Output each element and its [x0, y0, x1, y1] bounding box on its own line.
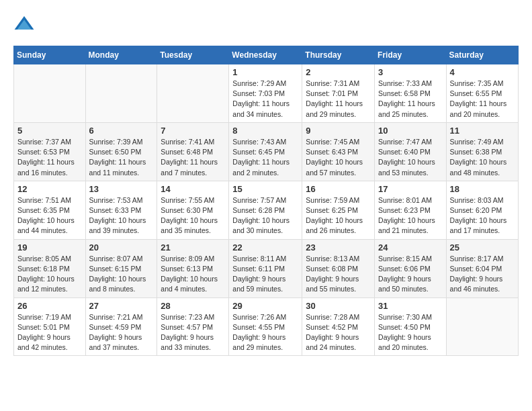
calendar-cell: 22Sunrise: 8:11 AM Sunset: 6:11 PM Dayli…: [229, 239, 302, 298]
day-info: Sunrise: 7:55 AM Sunset: 6:30 PM Dayligh…: [161, 195, 225, 236]
day-info: Sunrise: 7:49 AM Sunset: 6:38 PM Dayligh…: [450, 137, 515, 178]
day-number: 8: [232, 126, 298, 136]
calendar-cell: 20Sunrise: 8:07 AM Sunset: 6:15 PM Dayli…: [85, 239, 157, 298]
calendar-cell: [157, 64, 229, 123]
calendar-cell: 27Sunrise: 7:21 AM Sunset: 4:59 PM Dayli…: [85, 298, 157, 356]
weekday-header-thursday: Thursday: [302, 46, 375, 64]
day-number: 11: [450, 126, 515, 136]
calendar-cell: 28Sunrise: 7:23 AM Sunset: 4:57 PM Dayli…: [157, 298, 229, 356]
weekday-header-friday: Friday: [375, 46, 447, 64]
day-number: 21: [161, 242, 225, 253]
day-info: Sunrise: 8:17 AM Sunset: 6:04 PM Dayligh…: [450, 254, 515, 295]
day-number: 9: [306, 126, 371, 136]
day-number: 24: [378, 242, 443, 253]
calendar-cell: 23Sunrise: 8:13 AM Sunset: 6:08 PM Dayli…: [302, 239, 375, 298]
day-number: 6: [89, 126, 154, 136]
calendar-cell: [85, 64, 157, 123]
day-info: Sunrise: 7:23 AM Sunset: 4:57 PM Dayligh…: [161, 312, 225, 353]
weekday-header-sunday: Sunday: [14, 46, 86, 64]
calendar-week-4: 19Sunrise: 8:05 AM Sunset: 6:18 PM Dayli…: [14, 239, 519, 298]
calendar-cell: 10Sunrise: 7:47 AM Sunset: 6:40 PM Dayli…: [375, 122, 447, 181]
day-info: Sunrise: 7:43 AM Sunset: 6:45 PM Dayligh…: [232, 137, 298, 178]
day-number: 20: [89, 242, 154, 253]
calendar-cell: 5Sunrise: 7:37 AM Sunset: 6:53 PM Daylig…: [14, 122, 86, 181]
calendar-week-5: 26Sunrise: 7:19 AM Sunset: 5:01 PM Dayli…: [14, 298, 519, 356]
day-info: Sunrise: 7:31 AM Sunset: 7:01 PM Dayligh…: [306, 79, 371, 120]
weekday-header-tuesday: Tuesday: [157, 46, 229, 64]
calendar-cell: 2Sunrise: 7:31 AM Sunset: 7:01 PM Daylig…: [302, 64, 375, 123]
day-info: Sunrise: 7:47 AM Sunset: 6:40 PM Dayligh…: [378, 137, 443, 178]
calendar-cell: 26Sunrise: 7:19 AM Sunset: 5:01 PM Dayli…: [14, 298, 86, 356]
calendar-cell: 6Sunrise: 7:39 AM Sunset: 6:50 PM Daylig…: [85, 122, 157, 181]
calendar-cell: 14Sunrise: 7:55 AM Sunset: 6:30 PM Dayli…: [157, 181, 229, 239]
calendar-cell: 31Sunrise: 7:30 AM Sunset: 4:50 PM Dayli…: [375, 298, 447, 356]
day-number: 18: [450, 184, 515, 194]
day-info: Sunrise: 7:53 AM Sunset: 6:33 PM Dayligh…: [89, 195, 154, 236]
day-number: 19: [17, 242, 82, 253]
day-number: 7: [161, 126, 225, 136]
calendar-cell: 1Sunrise: 7:29 AM Sunset: 7:03 PM Daylig…: [229, 64, 302, 123]
day-info: Sunrise: 7:19 AM Sunset: 5:01 PM Dayligh…: [17, 312, 82, 353]
calendar-week-2: 5Sunrise: 7:37 AM Sunset: 6:53 PM Daylig…: [14, 122, 519, 181]
day-info: Sunrise: 7:35 AM Sunset: 6:55 PM Dayligh…: [450, 79, 515, 120]
day-info: Sunrise: 8:13 AM Sunset: 6:08 PM Dayligh…: [306, 254, 371, 295]
day-info: Sunrise: 7:28 AM Sunset: 4:52 PM Dayligh…: [306, 312, 371, 353]
day-info: Sunrise: 7:41 AM Sunset: 6:48 PM Dayligh…: [161, 137, 225, 178]
day-number: 13: [89, 184, 154, 194]
day-number: 29: [232, 301, 298, 311]
calendar-cell: 19Sunrise: 8:05 AM Sunset: 6:18 PM Dayli…: [14, 239, 86, 298]
calendar-cell: 30Sunrise: 7:28 AM Sunset: 4:52 PM Dayli…: [302, 298, 375, 356]
day-info: Sunrise: 7:57 AM Sunset: 6:28 PM Dayligh…: [232, 195, 298, 236]
day-info: Sunrise: 7:39 AM Sunset: 6:50 PM Dayligh…: [89, 137, 154, 178]
calendar-cell: 16Sunrise: 7:59 AM Sunset: 6:25 PM Dayli…: [302, 181, 375, 239]
day-number: 23: [306, 242, 371, 253]
day-number: 28: [161, 301, 225, 311]
day-info: Sunrise: 7:29 AM Sunset: 7:03 PM Dayligh…: [232, 79, 298, 120]
day-info: Sunrise: 7:37 AM Sunset: 6:53 PM Dayligh…: [17, 137, 82, 178]
logo-icon: [13, 13, 35, 35]
day-info: Sunrise: 8:07 AM Sunset: 6:15 PM Dayligh…: [89, 254, 154, 295]
day-number: 30: [306, 301, 371, 311]
calendar-table: SundayMondayTuesdayWednesdayThursdayFrid…: [13, 46, 519, 356]
day-info: Sunrise: 8:01 AM Sunset: 6:23 PM Dayligh…: [378, 195, 443, 236]
calendar-cell: 11Sunrise: 7:49 AM Sunset: 6:38 PM Dayli…: [446, 122, 518, 181]
day-number: 22: [232, 242, 298, 253]
weekday-header-monday: Monday: [85, 46, 157, 64]
day-info: Sunrise: 8:05 AM Sunset: 6:18 PM Dayligh…: [17, 254, 82, 295]
day-number: 16: [306, 184, 371, 194]
day-number: 27: [89, 301, 154, 311]
day-info: Sunrise: 7:21 AM Sunset: 4:59 PM Dayligh…: [89, 312, 154, 353]
calendar-cell: 29Sunrise: 7:26 AM Sunset: 4:55 PM Dayli…: [229, 298, 302, 356]
calendar-cell: 24Sunrise: 8:15 AM Sunset: 6:06 PM Dayli…: [375, 239, 447, 298]
calendar-cell: [14, 64, 86, 123]
day-info: Sunrise: 7:51 AM Sunset: 6:35 PM Dayligh…: [17, 195, 82, 236]
day-info: Sunrise: 7:59 AM Sunset: 6:25 PM Dayligh…: [306, 195, 371, 236]
day-info: Sunrise: 7:26 AM Sunset: 4:55 PM Dayligh…: [232, 312, 298, 353]
calendar-cell: 8Sunrise: 7:43 AM Sunset: 6:45 PM Daylig…: [229, 122, 302, 181]
day-number: 15: [232, 184, 298, 194]
day-info: Sunrise: 8:09 AM Sunset: 6:13 PM Dayligh…: [161, 254, 225, 295]
calendar-header-row: SundayMondayTuesdayWednesdayThursdayFrid…: [14, 46, 519, 64]
calendar-cell: 15Sunrise: 7:57 AM Sunset: 6:28 PM Dayli…: [229, 181, 302, 239]
day-number: 17: [378, 184, 443, 194]
logo: [13, 13, 38, 35]
calendar-cell: 13Sunrise: 7:53 AM Sunset: 6:33 PM Dayli…: [85, 181, 157, 239]
day-number: 3: [378, 67, 443, 77]
day-number: 4: [450, 67, 515, 77]
day-info: Sunrise: 8:11 AM Sunset: 6:11 PM Dayligh…: [232, 254, 298, 295]
calendar-week-3: 12Sunrise: 7:51 AM Sunset: 6:35 PM Dayli…: [14, 181, 519, 239]
calendar-cell: 21Sunrise: 8:09 AM Sunset: 6:13 PM Dayli…: [157, 239, 229, 298]
day-number: 14: [161, 184, 225, 194]
day-number: 1: [232, 67, 298, 77]
calendar-cell: [446, 298, 518, 356]
day-info: Sunrise: 8:15 AM Sunset: 6:06 PM Dayligh…: [378, 254, 443, 295]
day-number: 31: [378, 301, 443, 311]
calendar-cell: 7Sunrise: 7:41 AM Sunset: 6:48 PM Daylig…: [157, 122, 229, 181]
day-number: 26: [17, 301, 82, 311]
day-number: 5: [17, 126, 82, 136]
day-info: Sunrise: 7:45 AM Sunset: 6:43 PM Dayligh…: [306, 137, 371, 178]
calendar-cell: 17Sunrise: 8:01 AM Sunset: 6:23 PM Dayli…: [375, 181, 447, 239]
page-header: [13, 13, 519, 35]
calendar-cell: 12Sunrise: 7:51 AM Sunset: 6:35 PM Dayli…: [14, 181, 86, 239]
weekday-header-wednesday: Wednesday: [229, 46, 302, 64]
